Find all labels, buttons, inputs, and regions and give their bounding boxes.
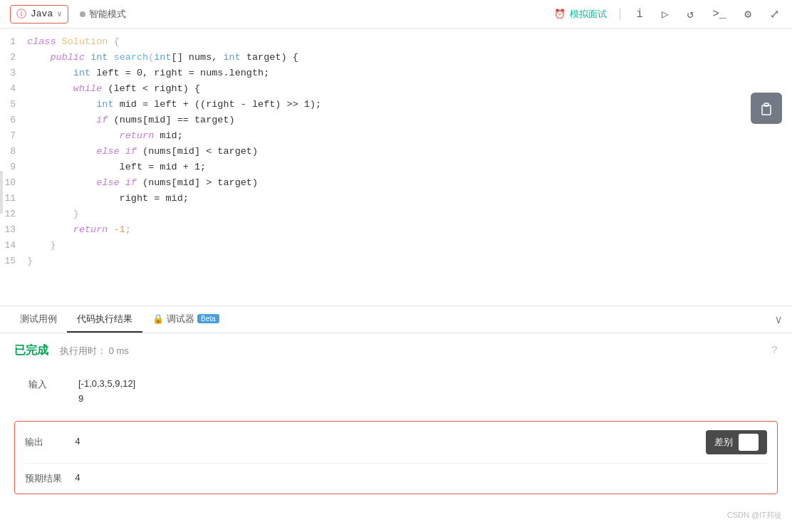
line-code: int mid = left + ((right - left) >> 1); bbox=[27, 97, 792, 113]
svg-rect-0 bbox=[762, 105, 771, 115]
line-number: 8 bbox=[0, 144, 27, 160]
tabs-expand-icon[interactable]: ∨ bbox=[775, 313, 782, 327]
line-code: } bbox=[27, 254, 792, 269]
line-number: 10 bbox=[0, 175, 27, 191]
line-number: 2 bbox=[0, 50, 27, 66]
input-label: 输入 bbox=[28, 377, 78, 391]
code-editor[interactable]: 1class Solution {2 public int search(int… bbox=[0, 28, 792, 306]
code-line-8: 8 else if (nums[mid] < target) bbox=[0, 144, 792, 160]
tab-debugger[interactable]: 🔒 调试器 Beta bbox=[142, 307, 229, 333]
line-code: left = mid + 1; bbox=[27, 160, 792, 175]
settings-icon[interactable]: ⚙ bbox=[741, 6, 754, 23]
line-code: else if (nums[mid] > target) bbox=[27, 175, 792, 191]
toolbar: ⓘ Java ∨ 智能模式 ⏰ 模拟面试 i ▷ ↺ >_ ⚙ ⤢ bbox=[0, 0, 792, 28]
diff-button[interactable]: 差别 bbox=[706, 430, 767, 454]
code-line-12: 12 } bbox=[0, 207, 792, 222]
exec-time-value: 0 ms bbox=[109, 345, 129, 356]
line-number: 9 bbox=[0, 160, 27, 175]
code-line-11: 11 right = mid; bbox=[0, 191, 792, 207]
code-line-9: 9 left = mid + 1; bbox=[0, 160, 792, 175]
tab-test-cases[interactable]: 测试用例 bbox=[10, 307, 67, 333]
line-number: 1 bbox=[0, 34, 27, 50]
code-line-7: 7 return mid; bbox=[0, 128, 792, 144]
watermark: CSDN @IT邦徒 bbox=[0, 504, 792, 523]
line-number: 14 bbox=[0, 238, 27, 254]
result-info-icon[interactable]: ? bbox=[771, 345, 778, 357]
line-code: if (nums[mid] == target) bbox=[27, 113, 792, 128]
output-label: 输出 bbox=[25, 436, 75, 449]
line-number: 13 bbox=[0, 222, 27, 238]
beta-badge: Beta bbox=[197, 314, 219, 323]
code-line-4: 4 while (left < right) { bbox=[0, 81, 792, 97]
line-code: class Solution { bbox=[27, 34, 792, 50]
debugger-label: 调试器 bbox=[167, 313, 194, 325]
code-line-3: 3 int left = 0, right = nums.length; bbox=[0, 66, 792, 81]
input-row: 输入 [-1,0,3,5,9,12] 9 bbox=[14, 370, 778, 414]
output-row: 输出 4 差别 bbox=[25, 422, 767, 464]
lang-info-icon: ⓘ bbox=[16, 8, 26, 21]
terminal-icon[interactable]: >_ bbox=[709, 6, 729, 22]
line-code: int left = 0, right = nums.length; bbox=[27, 66, 792, 81]
input-line-2: 9 bbox=[78, 392, 135, 407]
undo-icon[interactable]: ↺ bbox=[684, 6, 697, 23]
line-number: 15 bbox=[0, 254, 27, 269]
line-code: return mid; bbox=[27, 128, 792, 144]
play-icon[interactable]: ▷ bbox=[659, 6, 672, 23]
scroll-indicator bbox=[0, 171, 3, 214]
code-line-6: 6 if (nums[mid] == target) bbox=[0, 113, 792, 128]
line-number: 3 bbox=[0, 66, 27, 81]
results-area: 已完成 执行用时： 0 ms ? 输入 [-1,0,3,5,9,12] 9 输出… bbox=[0, 333, 792, 504]
chevron-down-icon: ∨ bbox=[57, 9, 62, 19]
clipboard-button[interactable] bbox=[751, 93, 782, 124]
line-code: } bbox=[27, 207, 792, 222]
mock-interview-label: 模拟面试 bbox=[570, 8, 607, 21]
line-number: 5 bbox=[0, 97, 27, 113]
expected-row: 预期结果 4 bbox=[25, 464, 767, 494]
line-number: 11 bbox=[0, 191, 27, 207]
code-line-1: 1class Solution { bbox=[0, 34, 792, 50]
toolbar-divider bbox=[620, 8, 620, 21]
code-line-13: 13 return -1; bbox=[0, 222, 792, 238]
line-number: 12 bbox=[0, 207, 27, 222]
exec-time-label: 执行用时： bbox=[60, 345, 106, 356]
code-line-15: 15} bbox=[0, 254, 792, 269]
info-icon[interactable]: i bbox=[633, 6, 646, 22]
line-code: right = mid; bbox=[27, 191, 792, 207]
smart-mode-dot bbox=[80, 11, 85, 17]
svg-rect-1 bbox=[764, 103, 768, 106]
line-number: 4 bbox=[0, 81, 27, 97]
tab-exec-result[interactable]: 代码执行结果 bbox=[67, 307, 142, 333]
exec-time: 执行用时： 0 ms bbox=[60, 345, 129, 358]
line-code: } bbox=[27, 238, 792, 254]
status-label: 已完成 bbox=[14, 343, 48, 358]
code-line-2: 2 public int search(int[] nums, int targ… bbox=[0, 50, 792, 66]
smart-mode-label: 智能模式 bbox=[89, 8, 126, 21]
diff-white-indicator bbox=[739, 434, 759, 451]
output-section: 输出 4 差别 预期结果 4 bbox=[14, 421, 778, 494]
input-line-1: [-1,0,3,5,9,12] bbox=[78, 377, 135, 392]
toolbar-left: ⓘ Java ∨ 智能模式 bbox=[10, 5, 126, 24]
line-code: return -1; bbox=[27, 222, 792, 238]
expected-value: 4 bbox=[75, 473, 767, 484]
line-number: 6 bbox=[0, 113, 27, 128]
code-content: 1class Solution {2 public int search(int… bbox=[0, 28, 792, 306]
line-code: while (left < right) { bbox=[27, 81, 792, 97]
diff-button-label: 差别 bbox=[714, 436, 733, 449]
language-label: Java bbox=[31, 9, 53, 19]
output-value: 4 bbox=[75, 437, 706, 447]
expected-label: 预期结果 bbox=[25, 472, 75, 485]
input-value: [-1,0,3,5,9,12] 9 bbox=[78, 377, 135, 407]
code-line-14: 14 } bbox=[0, 238, 792, 254]
result-header: 已完成 执行用时： 0 ms ? bbox=[14, 343, 778, 358]
clock-icon: ⏰ bbox=[554, 9, 566, 19]
line-code: public int search(int[] nums, int target… bbox=[27, 50, 792, 66]
mock-interview-button[interactable]: ⏰ 模拟面试 bbox=[554, 8, 607, 21]
smart-mode-toggle[interactable]: 智能模式 bbox=[80, 8, 126, 21]
language-selector[interactable]: ⓘ Java ∨ bbox=[10, 5, 68, 24]
fullscreen-icon[interactable]: ⤢ bbox=[767, 6, 782, 23]
debugger-tab-badge: 🔒 调试器 Beta bbox=[152, 313, 219, 325]
line-code: else if (nums[mid] < target) bbox=[27, 144, 792, 160]
tabs-bar: 测试用例 代码执行结果 🔒 调试器 Beta ∨ bbox=[0, 306, 792, 333]
toolbar-right: ⏰ 模拟面试 i ▷ ↺ >_ ⚙ ⤢ bbox=[554, 6, 782, 23]
line-number: 7 bbox=[0, 128, 27, 144]
